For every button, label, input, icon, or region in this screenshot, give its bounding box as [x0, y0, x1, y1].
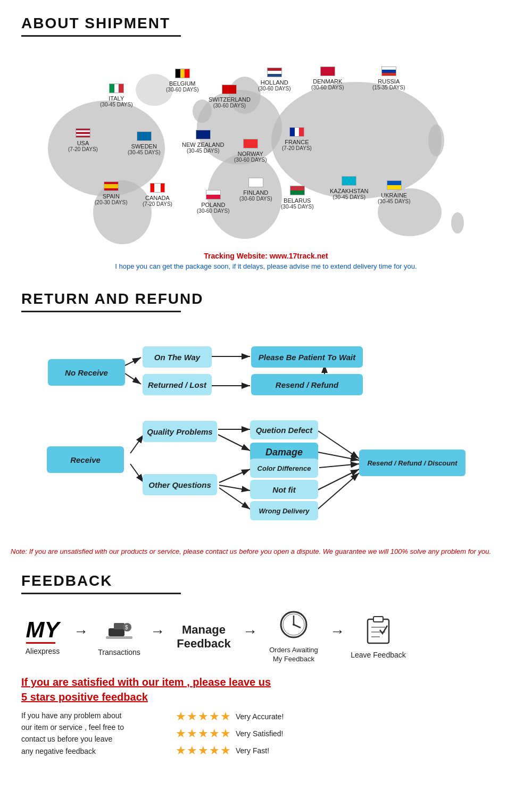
svg-rect-33 — [106, 636, 132, 639]
svg-line-22 — [219, 485, 250, 491]
svg-point-38 — [293, 624, 295, 626]
my-aliexpress-icon: MY — [26, 619, 60, 644]
svg-line-27 — [317, 469, 359, 491]
flag-poland — [206, 190, 221, 200]
refund-note: Note: If you are unsatisfied with our pr… — [11, 546, 521, 558]
svg-rect-39 — [368, 619, 389, 643]
refund-section: RETURN AND REFUND — [0, 281, 532, 558]
country-kazakhstan: KAZAKHSTAN (30-45 DAYS) — [330, 176, 369, 200]
country-sweden: SWEDEN (30-45 DAYS) — [128, 131, 161, 155]
svg-line-12 — [125, 358, 141, 365]
flag-denmark — [320, 66, 335, 76]
resend-refund-box: Resend / Refund — [251, 374, 363, 395]
country-norway: NORWAY (30-60 DAYS) — [234, 139, 267, 163]
svg-rect-29 — [109, 628, 124, 636]
step-orders-awaiting: Orders AwaitingMy Feedback — [262, 610, 326, 664]
clipboard-icon — [365, 615, 392, 647]
star-row-1: ★★★★★ Very Accurate! — [176, 710, 511, 724]
arrow-3: → — [243, 623, 257, 651]
country-spain: SPAIN (20-30 DAYS) — [95, 181, 128, 205]
orders-awaiting-label: Orders AwaitingMy Feedback — [269, 646, 318, 664]
no-receive-box: No Receive — [48, 359, 125, 386]
quality-problems-box: Quality Problems — [143, 421, 217, 442]
country-france: FRANCE (7-20 DAYS) — [282, 127, 312, 151]
arrow-4: → — [330, 623, 345, 651]
feedback-divider — [21, 593, 181, 594]
svg-line-23 — [219, 488, 250, 509]
flag-holland — [267, 68, 282, 77]
svg-line-24 — [318, 431, 359, 459]
shipment-divider — [21, 35, 181, 37]
country-poland: POLAND (30-60 DAYS) — [197, 190, 230, 214]
quetion-defect-box: Quetion Defect — [250, 420, 318, 439]
country-italy: ITALY (30-45 DAYS) — [100, 84, 133, 107]
stars-2: ★★★★★ — [176, 727, 231, 741]
svg-line-21 — [219, 469, 250, 483]
feedback-section: FEEDBACK MY Aliexpress → $ Transa — [0, 563, 532, 771]
svg-line-13 — [125, 373, 141, 384]
my-aliexpress-label: Aliexpress — [26, 647, 60, 655]
step-leave-feedback: Leave Feedback — [349, 615, 408, 659]
satisfaction-text: If you have any problem about our item o… — [21, 710, 160, 761]
svg-line-28 — [317, 473, 359, 510]
shipment-section: ABOUT SHIPMENT — [0, 0, 532, 281]
hope-line: I hope you can get the package soon, if … — [11, 262, 521, 270]
refund-title: RETURN AND REFUND — [11, 281, 521, 311]
manage-feedback-label: ManageFeedback — [177, 623, 231, 651]
on-the-way-box: On The Way — [143, 346, 212, 368]
svg-point-10 — [451, 212, 464, 234]
svg-rect-40 — [373, 617, 383, 622]
refund-divider — [21, 311, 181, 312]
flag-canada — [150, 183, 165, 193]
star-rows: ★★★★★ Very Accurate! ★★★★★ Very Satisfie… — [176, 710, 511, 761]
resend-refund-discount-box: Resend / Refund / Discount — [359, 450, 466, 476]
star-row-3: ★★★★★ Very Fast! — [176, 744, 511, 758]
clock-icon — [279, 610, 309, 643]
star-row-2: ★★★★★ Very Satisfied! — [176, 727, 511, 741]
arrow-1: → — [73, 623, 88, 651]
flag-sweden — [137, 131, 152, 141]
country-holland: HOLLAND (30-60 DAYS) — [258, 68, 291, 92]
wrong-delivery-box: Wrong Delivery — [250, 501, 318, 520]
star-label-3: Very Fast! — [236, 746, 269, 755]
svg-line-25 — [318, 452, 359, 460]
flow-diagram: No Receive On The Way Returned / Lost Pl… — [27, 318, 505, 541]
country-finland: FINLAND (30-60 DAYS) — [239, 178, 272, 202]
country-canada: CANADA (7-20 DAYS) — [143, 183, 172, 207]
flag-france — [289, 127, 304, 137]
flag-switzerland — [222, 85, 237, 94]
svg-text:$: $ — [125, 625, 128, 630]
satisfaction-body: If you have any problem about our item o… — [11, 710, 521, 771]
world-map: ITALY (30-45 DAYS) BELGIUM (30-60 DAYS) … — [37, 42, 495, 250]
transactions-label: Transactions — [98, 648, 140, 656]
tracking-line: Tracking Website: www.17track.net — [11, 252, 521, 260]
svg-line-17 — [130, 435, 144, 453]
returned-lost-box: Returned / Lost — [143, 374, 212, 395]
shipment-title: ABOUT SHIPMENT — [11, 5, 521, 35]
flag-belgium — [175, 69, 190, 78]
step-manage-feedback: ManageFeedback — [169, 623, 238, 651]
svg-line-26 — [319, 464, 359, 468]
flag-spain — [104, 181, 119, 191]
please-wait-box: Please Be Patient To Wait — [251, 346, 363, 368]
satisfaction-title: If you are satisfied with our item , ple… — [21, 675, 511, 704]
step-transactions: $ Transactions — [93, 618, 146, 656]
step-my-aliexpress: MY Aliexpress — [16, 619, 69, 655]
arrow-2: → — [150, 623, 165, 651]
feedback-flow: MY Aliexpress → $ Transactions → — [16, 610, 516, 664]
flag-belarus — [290, 186, 305, 195]
flag-ukraine — [387, 180, 402, 190]
stars-1: ★★★★★ — [176, 710, 231, 724]
svg-line-20 — [218, 435, 250, 451]
star-label-2: Very Satisfied! — [236, 729, 284, 738]
other-questions-box: Other Questions — [143, 474, 217, 495]
flag-kazakhstan — [342, 176, 356, 186]
flag-usa — [76, 128, 90, 138]
flag-italy — [109, 84, 124, 93]
flag-russia — [381, 66, 396, 76]
feedback-title: FEEDBACK — [11, 563, 521, 593]
country-russia: RUSSIA (15-35 DAYS) — [372, 66, 405, 90]
svg-point-9 — [428, 124, 444, 156]
leave-feedback-label: Leave Feedback — [351, 651, 406, 659]
country-usa: USA (7-20 DAYS) — [68, 128, 98, 152]
